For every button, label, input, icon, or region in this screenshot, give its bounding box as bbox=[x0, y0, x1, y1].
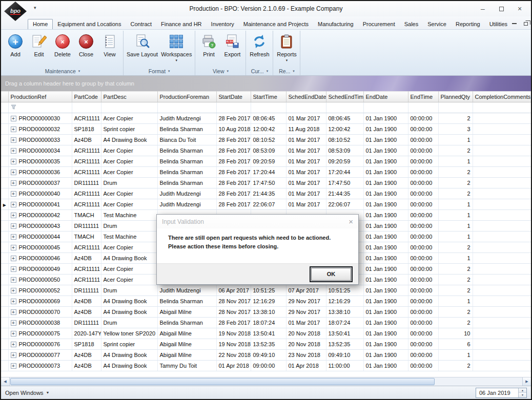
view-button[interactable]: View bbox=[98, 32, 121, 58]
column-header-endtime[interactable]: EndTime bbox=[408, 92, 438, 102]
maximize-button[interactable] bbox=[492, 3, 510, 15]
cell-starttime[interactable]: 13:50:41 bbox=[251, 328, 286, 339]
cell-productionforeman[interactable]: Belinda Sharman bbox=[157, 156, 216, 167]
cell-partcode[interactable]: ACR11111 bbox=[72, 113, 101, 124]
cell-startdate[interactable]: 10 Aug 2018 bbox=[216, 124, 251, 135]
cell-starttime[interactable]: 08:06:45 bbox=[251, 113, 286, 124]
column-header-completioncomments[interactable]: CompletionComments bbox=[473, 92, 531, 102]
cell-partcode[interactable]: 2020-147Y bbox=[72, 328, 101, 339]
cell-plannedqty[interactable]: 2 bbox=[438, 145, 473, 156]
cell-plannedqty[interactable]: 2 bbox=[438, 188, 473, 199]
filter-cell-partcode[interactable] bbox=[72, 102, 101, 113]
cell-partdesc[interactable]: Drum bbox=[101, 285, 157, 296]
cell-partcode[interactable]: ACR11111 bbox=[72, 188, 101, 199]
filter-cell-plannedqty[interactable] bbox=[438, 102, 473, 113]
cell-productionref[interactable]: +PROD00000046 bbox=[8, 253, 72, 264]
cell-startdate[interactable]: 19 Nov 2018 bbox=[216, 339, 251, 350]
cell-endtime[interactable]: 00:00:00 bbox=[408, 328, 438, 339]
cell-plannedqty[interactable]: 10 bbox=[438, 328, 473, 339]
cell-productionref[interactable]: +PROD00000045 bbox=[8, 242, 72, 253]
cell-enddate[interactable]: 01 Jan 1900 bbox=[363, 221, 408, 231]
cell-partdesc[interactable]: A4 Drawing Book bbox=[101, 253, 157, 264]
cell-schedendtime[interactable]: 09:49:10 bbox=[326, 350, 363, 361]
expand-icon[interactable]: + bbox=[11, 223, 16, 229]
cell-endtime[interactable]: 00:00:00 bbox=[408, 221, 438, 231]
bpo-logo[interactable]: bpo bbox=[3, 2, 28, 22]
cell-partdesc[interactable]: A4 Drawing Book bbox=[101, 135, 157, 145]
cell-partdesc[interactable]: Sprint copier bbox=[101, 124, 157, 135]
cell-enddate[interactable]: 01 Jan 1900 bbox=[363, 296, 408, 307]
table-row[interactable]: +PROD00000052DR111111DrumJudith Mudzengi… bbox=[1, 285, 531, 296]
cell-endtime[interactable]: 00:00:00 bbox=[408, 339, 438, 350]
cell-partcode[interactable]: DR111111 bbox=[72, 221, 101, 231]
cell-schedenddate[interactable]: 01 Mar 2017 bbox=[286, 178, 326, 188]
table-row[interactable]: +PROD00000030ACR11111Acer CopierJudith M… bbox=[1, 113, 531, 124]
cell-endtime[interactable]: 00:00:00 bbox=[408, 145, 438, 156]
cell-enddate[interactable]: 01 Jan 1900 bbox=[363, 145, 408, 156]
cell-partcode[interactable]: ACR11111 bbox=[72, 264, 101, 275]
cell-partdesc[interactable]: Acer Copier bbox=[101, 113, 157, 124]
expand-icon[interactable]: + bbox=[11, 363, 16, 369]
cell-starttime[interactable]: 17:47:50 bbox=[251, 178, 286, 188]
cell-productionforeman[interactable]: Judith Mudzengi bbox=[157, 188, 216, 199]
cell-schedenddate[interactable]: 01 Mar 2017 bbox=[286, 135, 326, 145]
cell-partdesc[interactable]: Acer Copier bbox=[101, 275, 157, 285]
cell-plannedqty[interactable]: 2 bbox=[438, 285, 473, 296]
cell-productionref[interactable]: +PROD00000070 bbox=[8, 307, 72, 318]
cell-schedenddate[interactable]: 01 Mar 2017 bbox=[286, 167, 326, 178]
cell-partcode[interactable]: Az4DB bbox=[72, 350, 101, 361]
cell-completioncomments[interactable] bbox=[473, 350, 531, 361]
date-spin-up-icon[interactable]: ▲ bbox=[519, 388, 526, 393]
cell-startdate[interactable]: 22 Nov 2018 bbox=[216, 350, 251, 361]
cell-partdesc[interactable]: A4 Drawing Book bbox=[101, 350, 157, 361]
column-header-schedendtime[interactable]: SchedEndTime bbox=[326, 92, 363, 102]
cell-starttime[interactable]: 08:53:09 bbox=[251, 145, 286, 156]
cell-partdesc[interactable]: Acer Copier bbox=[101, 156, 157, 167]
cell-startdate[interactable]: 06 Apr 2017 bbox=[216, 285, 251, 296]
cell-starttime[interactable]: 13:38:10 bbox=[251, 307, 286, 318]
cell-completioncomments[interactable] bbox=[473, 221, 531, 231]
group-options-icon[interactable]: ▾ bbox=[267, 69, 269, 73]
scrollbar-thumb[interactable] bbox=[10, 378, 435, 385]
cell-schedendtime[interactable]: 08:06:45 bbox=[326, 113, 363, 124]
cell-partdesc[interactable]: Drum bbox=[101, 221, 157, 231]
cell-endtime[interactable]: 00:00:00 bbox=[408, 275, 438, 285]
cell-completioncomments[interactable] bbox=[473, 339, 531, 350]
table-row[interactable]: +PROD00000034ACR11111Acer CopierBelinda … bbox=[1, 145, 531, 156]
cell-endtime[interactable]: 00:00:00 bbox=[408, 113, 438, 124]
cell-partdesc[interactable]: Acer Copier bbox=[101, 188, 157, 199]
cell-productionforeman[interactable]: Abigail Milne bbox=[157, 328, 216, 339]
filter-cell-productionforeman[interactable] bbox=[157, 102, 216, 113]
expand-icon[interactable]: + bbox=[11, 309, 16, 315]
cell-plannedqty[interactable]: 1 bbox=[438, 156, 473, 167]
cell-plannedqty[interactable]: 2 bbox=[438, 361, 473, 371]
tab-inventory[interactable]: Inventory bbox=[207, 19, 239, 29]
cell-endtime[interactable]: 00:00:00 bbox=[408, 188, 438, 199]
cell-productionref[interactable]: +PROD00000073 bbox=[8, 361, 72, 371]
column-header-schedenddate[interactable]: SchedEndDate bbox=[286, 92, 326, 102]
cell-productionref[interactable]: +PROD00000075 bbox=[8, 328, 72, 339]
cell-productionref[interactable]: +PROD00000043 bbox=[8, 221, 72, 231]
cell-endtime[interactable]: 00:00:00 bbox=[408, 361, 438, 371]
tab-contract[interactable]: Contract bbox=[126, 19, 157, 29]
cell-productionref[interactable]: +PROD00000044 bbox=[8, 231, 72, 242]
cell-completioncomments[interactable] bbox=[473, 210, 531, 221]
filter-cell-startdate[interactable] bbox=[216, 102, 251, 113]
expand-icon[interactable]: + bbox=[11, 299, 16, 304]
cell-enddate[interactable]: 01 Jan 1900 bbox=[363, 178, 408, 188]
tab-home[interactable]: Home bbox=[28, 19, 53, 29]
cell-partdesc[interactable]: A4 Drawing Book bbox=[101, 307, 157, 318]
cell-completioncomments[interactable] bbox=[473, 253, 531, 264]
tab-procurement[interactable]: Procurement bbox=[358, 19, 400, 29]
cell-productionforeman[interactable]: Abigail Milne bbox=[157, 307, 216, 318]
cell-endtime[interactable]: 00:00:00 bbox=[408, 124, 438, 135]
cell-partcode[interactable]: ACR11111 bbox=[72, 275, 101, 285]
expand-icon[interactable]: + bbox=[11, 159, 16, 164]
cell-completioncomments[interactable] bbox=[473, 318, 531, 328]
cell-schedendtime[interactable]: 18:07:24 bbox=[326, 318, 363, 328]
cell-partcode[interactable]: DR111111 bbox=[72, 318, 101, 328]
expand-icon[interactable]: + bbox=[11, 234, 16, 240]
group-options-icon[interactable]: ▾ bbox=[293, 69, 295, 73]
cell-enddate[interactable]: 01 Jan 1900 bbox=[363, 242, 408, 253]
group-options-icon[interactable]: ▾ bbox=[227, 69, 229, 73]
